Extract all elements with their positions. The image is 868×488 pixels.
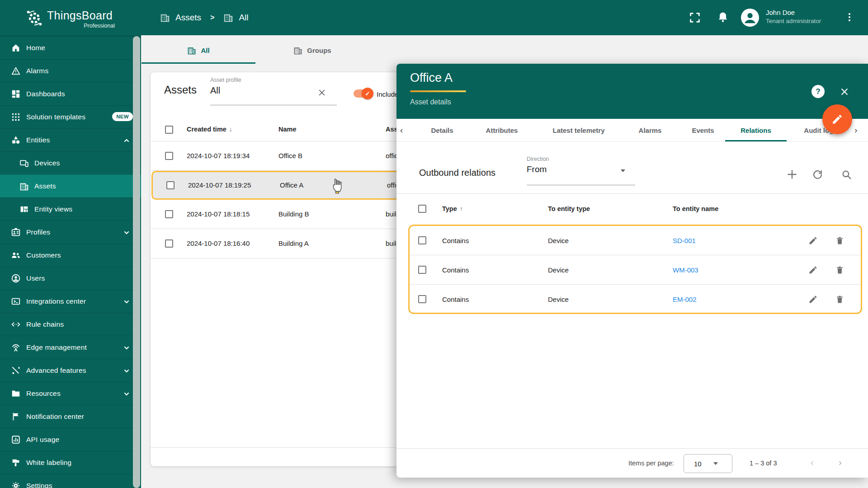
entity-name-link[interactable]: EM-002 (673, 296, 697, 303)
breadcrumb-item[interactable]: Assets (175, 13, 201, 23)
tab-groups[interactable]: Groups (255, 35, 369, 66)
logo-gear-icon (24, 7, 44, 30)
sidebar-item-integrations-center[interactable]: Integrations center (0, 290, 141, 313)
panel-header: Office A Asset details ? (396, 64, 868, 119)
sidebar-item-notification-center[interactable]: Notification center (0, 405, 141, 428)
refresh-icon[interactable] (811, 169, 823, 180)
column-header-created-time[interactable]: Created time↓ (187, 126, 232, 133)
items-per-page-select[interactable]: 10 (684, 454, 732, 473)
row-checkbox[interactable] (165, 152, 173, 160)
row-checkbox[interactable] (418, 266, 426, 274)
app-name: ThingsBoard (47, 9, 113, 22)
sidebar-item-api-usage[interactable]: API usage (0, 428, 141, 451)
chevron-down-icon (123, 344, 130, 353)
edit-relation-icon[interactable] (808, 295, 818, 306)
more-menu-icon[interactable] (844, 11, 855, 25)
previous-page-icon[interactable]: ‹ (811, 457, 814, 468)
entity-name-link[interactable]: WM-003 (673, 266, 698, 274)
sidebar-item-settings[interactable]: Settings (0, 474, 141, 488)
relation-row[interactable]: Contains Device EM-002 (410, 285, 861, 314)
sidebar-item-alarms[interactable]: Alarms (0, 59, 141, 82)
toggle-thumb-check-icon[interactable]: ✓ (362, 88, 373, 99)
help-icon[interactable]: ? (811, 85, 825, 98)
edit-relation-icon[interactable] (808, 236, 818, 247)
row-checkbox[interactable] (165, 210, 173, 218)
profiles-icon (11, 227, 21, 237)
sidebar-item-entities[interactable]: Entities (0, 128, 141, 151)
sidebar-item-edge-management[interactable]: Edge management (0, 336, 141, 359)
sidebar-scrollbar[interactable] (133, 36, 140, 488)
column-header-to-entity-type[interactable]: To entity type (548, 205, 590, 212)
column-header-to-entity-name[interactable]: To entity name (673, 205, 718, 212)
user-info[interactable]: John Doe Tenant administrator (766, 9, 821, 24)
cell-name: Office A (280, 181, 303, 189)
add-relation-icon[interactable] (786, 169, 798, 180)
sidebar-item-entity-views[interactable]: Entity views (0, 197, 141, 221)
settings-icon (11, 481, 21, 488)
sidebar-item-white-labeling[interactable]: White labeling (0, 451, 141, 474)
select-all-checkbox[interactable] (165, 126, 173, 134)
delete-relation-icon[interactable] (835, 295, 844, 306)
sidebar-item-label: Customers (26, 251, 61, 259)
column-header-type[interactable]: Type↑ (442, 205, 463, 212)
tab-events[interactable]: Events (692, 119, 714, 141)
breadcrumb-item[interactable]: All (239, 13, 248, 23)
delete-relation-icon[interactable] (835, 265, 844, 277)
sidebar-item-profiles[interactable]: Profiles (0, 221, 141, 244)
groups-tab-icon (293, 46, 302, 55)
direction-select[interactable]: Direction From (527, 156, 635, 174)
fullscreen-icon[interactable] (689, 11, 701, 26)
items-per-page-value: 10 (694, 460, 702, 468)
row-checkbox[interactable] (418, 236, 426, 244)
close-icon[interactable] (840, 87, 849, 99)
dashboards-icon (11, 89, 21, 99)
edit-fab-button[interactable] (822, 104, 852, 134)
clear-filter-icon[interactable] (317, 88, 326, 99)
app-logo[interactable]: ThingsBoard Professional (0, 0, 141, 36)
avatar[interactable] (741, 9, 759, 27)
entity-name-link[interactable]: SD-001 (673, 237, 696, 244)
sidebar-item-label: Assets (34, 182, 56, 190)
tabs-scroll-left-icon[interactable]: ‹ (400, 125, 403, 135)
resources-icon (11, 389, 21, 399)
chevron-down-icon (123, 390, 130, 399)
row-checkbox[interactable] (418, 295, 426, 303)
sidebar-item-solution-templates[interactable]: Solution templates NEW (0, 105, 141, 128)
sidebar-item-advanced-features[interactable]: Advanced features (0, 359, 141, 382)
notifications-bell-icon[interactable] (717, 11, 729, 25)
row-checkbox[interactable] (166, 181, 175, 189)
edit-relation-icon[interactable] (808, 265, 818, 277)
integrations-icon (11, 296, 21, 306)
sidebar-item-rule-chains[interactable]: Rule chains (0, 313, 141, 336)
tab-alarms[interactable]: Alarms (639, 119, 662, 141)
relation-row[interactable]: Contains Device SD-001 (410, 226, 861, 255)
sidebar-item-users[interactable]: Users (0, 267, 141, 290)
next-page-icon[interactable]: › (839, 457, 842, 468)
chevron-down-icon (123, 298, 130, 307)
row-checkbox[interactable] (165, 239, 173, 248)
tabs-scroll-right-icon[interactable]: › (854, 125, 857, 135)
title-highlight-mark (410, 90, 466, 92)
sidebar-item-home[interactable]: Home (0, 36, 141, 59)
column-header-name[interactable]: Name (278, 126, 297, 133)
cell-to-entity-type: Device (548, 237, 569, 244)
search-icon[interactable] (840, 169, 852, 180)
tab-details[interactable]: Details (431, 119, 453, 141)
direction-value: From (527, 164, 635, 174)
sidebar-item-resources[interactable]: Resources (0, 382, 141, 405)
sidebar-item-customers[interactable]: Customers (0, 244, 141, 267)
delete-relation-icon[interactable] (835, 236, 844, 247)
tab-latest-telemetry[interactable]: Latest telemetry (552, 119, 604, 141)
cell-to-entity-type: Device (548, 266, 569, 274)
tab-relations[interactable]: Relations (741, 119, 771, 141)
select-all-relations-checkbox[interactable] (418, 205, 426, 213)
relations-highlight-group: Contains Device SD-001 Contains Device W… (408, 225, 862, 314)
sidebar-item-devices[interactable]: Devices (0, 151, 141, 174)
dropdown-arrow-icon (621, 169, 625, 172)
user-role: Tenant administrator (766, 18, 821, 24)
tab-all[interactable]: All (142, 35, 255, 66)
tab-attributes[interactable]: Attributes (486, 119, 518, 141)
relation-row[interactable]: Contains Device WM-003 (410, 255, 861, 284)
sidebar-item-assets[interactable]: Assets (0, 174, 141, 197)
sidebar-item-dashboards[interactable]: Dashboards (0, 82, 141, 105)
